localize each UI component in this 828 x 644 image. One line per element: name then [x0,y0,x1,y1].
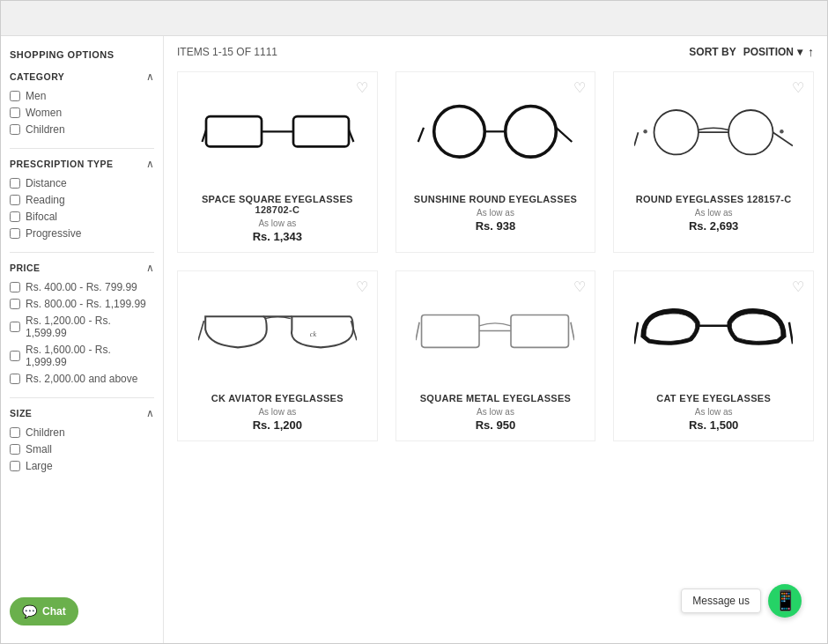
filter-options-size: Children Small Large [10,426,154,472]
checkbox-price-2[interactable] [10,299,20,309]
filter-label-size: SIZE [10,408,32,418]
product-grid: ♡ SPACE SQUARE EYEGLASSES 128702-C As lo… [177,71,814,441]
filter-option-price-1[interactable]: Rs. 400.00 - Rs. 799.99 [10,281,154,293]
product-image-1[interactable] [187,81,368,187]
checkbox-reading[interactable] [10,195,20,205]
checkbox-children[interactable] [10,124,20,135]
filter-option-men[interactable]: Men [10,90,154,102]
product-name-6: CAT EYE EYEGLASSES [656,393,771,403]
product-image-5[interactable] [405,280,587,386]
filter-label-prescription: PRESCRIPTION TYPE [10,159,114,169]
whatsapp-icon: 📱 [773,589,797,612]
product-price-1: Rs. 1,343 [253,230,302,243]
filter-option-price-3[interactable]: Rs. 1,200.00 - Rs. 1,599.99 [10,315,154,339]
main-content: SHOPPING OPTIONS CATEGORY ∧ Men Women Ch… [1,36,827,643]
filter-header-prescription[interactable]: PRESCRIPTION TYPE ∧ [10,158,154,170]
svg-line-26 [634,322,638,344]
checkbox-bifocal[interactable] [10,211,20,222]
svg-rect-22 [422,315,479,348]
wishlist-icon-2[interactable]: ♡ [573,79,586,96]
filter-option-progressive[interactable]: Progressive [10,227,154,240]
collapse-icon-price: ∧ [146,262,154,274]
svg-rect-1 [206,116,262,146]
filter-options-price: Rs. 400.00 - Rs. 799.99 Rs. 800.00 - Rs.… [10,281,154,385]
filter-option-women[interactable]: Women [10,107,154,119]
checkbox-progressive[interactable] [10,228,20,239]
product-price-6: Rs. 1,500 [689,418,738,432]
filter-section-price: PRICE ∧ Rs. 400.00 - Rs. 799.99 Rs. 800.… [10,262,154,385]
checkbox-distance[interactable] [10,178,20,189]
filter-option-large[interactable]: Large [10,460,154,472]
wishlist-icon-6[interactable]: ♡ [792,278,804,295]
svg-line-14 [773,132,794,145]
product-card-2: ♡ SUNSHINE ROUND EYEGLASSES As low as [396,71,596,253]
svg-point-6 [434,107,485,158]
filter-option-distance[interactable]: Distance [10,177,154,189]
checkbox-small[interactable] [10,444,20,455]
svg-point-8 [506,107,557,158]
sort-direction-icon: ↑ [808,45,814,59]
product-card-1: ♡ SPACE SQUARE EYEGLASSES 128702-C As lo… [177,71,378,253]
divider-1 [10,148,154,149]
product-price-5: Rs. 950 [476,418,516,432]
wishlist-icon-3[interactable]: ♡ [792,79,804,96]
sort-value: POSITION [743,46,794,58]
checkbox-price-1[interactable] [10,282,20,292]
checkbox-men[interactable] [10,91,20,101]
filter-option-price-2[interactable]: Rs. 800.00 - Rs. 1,199.99 [10,298,154,310]
filter-option-children[interactable]: Children [10,123,154,136]
checkbox-large[interactable] [10,461,20,471]
product-image-6[interactable] [623,280,804,386]
svg-rect-3 [293,116,349,146]
filter-label-price: PRICE [10,263,41,273]
product-area: ITEMS 1-15 OF 1111 SORT BY POSITION ▾ ↑ … [164,36,827,643]
top-bar [1,1,827,36]
svg-rect-24 [511,315,568,348]
product-name-5: SQUARE METAL EYEGLASSES [420,393,572,403]
checkbox-children-size[interactable] [10,427,20,438]
collapse-icon-category: ∧ [146,70,154,83]
filter-option-reading[interactable]: Reading [10,194,154,206]
checkbox-price-5[interactable] [10,374,20,384]
product-image-2[interactable] [405,81,587,187]
sort-dropdown[interactable]: POSITION ▾ ↑ [743,45,814,59]
filter-option-small[interactable]: Small [10,443,154,455]
whatsapp-button[interactable]: 📱 [768,584,802,618]
product-price-label-6: As low as [695,407,733,417]
filter-options-prescription: Distance Reading Bifocal Progressive [10,177,154,240]
sort-section: SORT BY POSITION ▾ ↑ [689,45,814,59]
chevron-down-icon: ▾ [797,46,802,58]
chat-button[interactable]: 💬 Chat [10,597,78,625]
sort-by-label: SORT BY [689,46,736,58]
filter-header-category[interactable]: CATEGORY ∧ [10,70,154,83]
wishlist-icon-4[interactable]: ♡ [356,278,368,295]
filter-option-children-size[interactable]: Children [10,426,154,439]
chat-icon: 💬 [22,604,37,618]
filter-section-category: CATEGORY ∧ Men Women Children [10,70,154,136]
divider-2 [10,252,154,253]
checkbox-price-3[interactable] [10,322,20,332]
filter-option-bifocal[interactable]: Bifocal [10,211,154,223]
product-image-4[interactable]: ck [187,280,368,386]
message-us-label: Message us [681,588,761,613]
filter-options-category: Men Women Children [10,90,154,136]
svg-point-11 [654,110,699,154]
svg-text:ck: ck [310,330,317,338]
product-price-label-1: As low as [258,218,296,228]
product-card-5: ♡ SQUARE METAL EYEGLAS [396,270,596,441]
filter-option-price-5[interactable]: Rs. 2,000.00 and above [10,373,154,385]
product-price-4: Rs. 1,200 [253,418,302,432]
filter-option-price-4[interactable]: Rs. 1,600.00 - Rs. 1,999.99 [10,344,154,368]
product-card-4: ♡ ck [177,270,378,441]
product-image-3[interactable] [623,81,804,187]
filter-header-size[interactable]: SIZE ∧ [10,407,154,419]
product-price-2: Rs. 938 [476,219,516,233]
wishlist-icon-1[interactable]: ♡ [356,79,368,96]
svg-line-10 [634,132,639,145]
wishlist-icon-5[interactable]: ♡ [573,278,586,295]
filter-header-price[interactable]: PRICE ∧ [10,262,154,274]
svg-line-25 [571,322,574,340]
checkbox-women[interactable] [10,107,20,118]
svg-line-9 [557,128,573,142]
checkbox-price-4[interactable] [10,351,20,361]
